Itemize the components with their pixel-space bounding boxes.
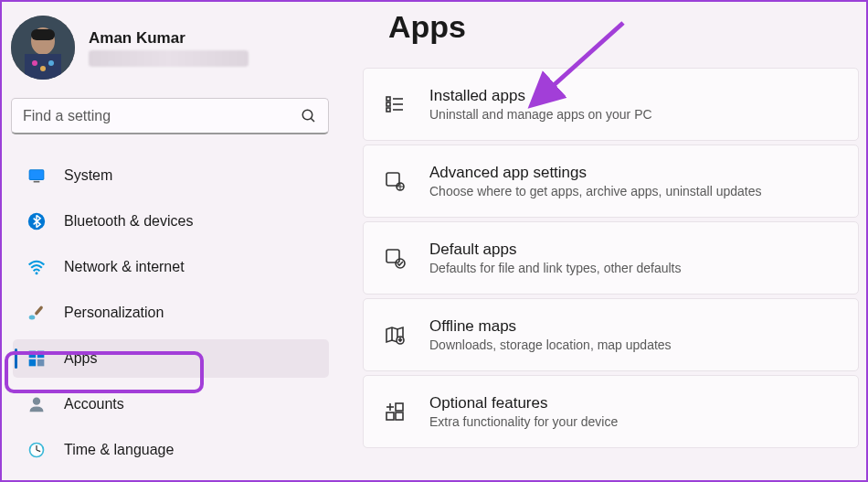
paintbrush-icon bbox=[27, 304, 46, 322]
plus-grid-icon bbox=[384, 401, 406, 423]
svg-point-13 bbox=[36, 272, 38, 274]
card-title: Installed apps bbox=[429, 87, 652, 105]
sidebar-item-system[interactable]: System bbox=[13, 156, 329, 195]
card-title: Optional features bbox=[429, 394, 618, 412]
svg-rect-18 bbox=[29, 359, 37, 367]
svg-rect-39 bbox=[386, 412, 394, 420]
apps-icon bbox=[27, 349, 46, 368]
card-offline-maps[interactable]: Offline maps Downloads, storage location… bbox=[363, 298, 859, 371]
svg-point-7 bbox=[302, 110, 312, 120]
nav: System Bluetooth & devices Network & int… bbox=[11, 153, 331, 473]
sidebar-item-label: Time & language bbox=[64, 442, 174, 458]
search-icon bbox=[301, 108, 317, 124]
sidebar-item-accounts[interactable]: Accounts bbox=[13, 385, 329, 423]
svg-point-6 bbox=[40, 66, 46, 71]
svg-line-8 bbox=[311, 118, 314, 122]
sidebar-item-apps[interactable]: Apps bbox=[13, 339, 329, 378]
svg-rect-16 bbox=[29, 351, 37, 359]
main: Apps Installed apps Uninstall and manage… bbox=[363, 2, 866, 482]
map-icon bbox=[384, 324, 406, 346]
svg-point-20 bbox=[33, 398, 40, 405]
sidebar-item-network[interactable]: Network & internet bbox=[13, 248, 329, 286]
svg-rect-10 bbox=[30, 170, 44, 179]
card-body: Installed apps Uninstall and manage apps… bbox=[429, 87, 652, 122]
sidebar-item-personalization[interactable]: Personalization bbox=[13, 294, 329, 332]
profile-info: Aman Kumar bbox=[89, 29, 249, 67]
sidebar-item-label: System bbox=[64, 167, 112, 184]
card-optional-features[interactable]: Optional features Extra functionality fo… bbox=[363, 375, 859, 448]
card-title: Offline maps bbox=[429, 317, 672, 336]
svg-rect-25 bbox=[386, 97, 390, 101]
svg-rect-26 bbox=[386, 102, 390, 106]
search-input[interactable] bbox=[23, 108, 301, 124]
card-subtitle: Defaults for file and link types, other … bbox=[429, 261, 681, 275]
card-default-apps[interactable]: Default apps Defaults for file and link … bbox=[363, 221, 859, 295]
default-apps-icon bbox=[384, 247, 406, 269]
system-icon bbox=[27, 166, 46, 185]
card-installed-apps[interactable]: Installed apps Uninstall and manage apps… bbox=[363, 68, 859, 141]
settings-cards: Installed apps Uninstall and manage apps… bbox=[363, 68, 866, 448]
card-subtitle: Downloads, storage location, map updates bbox=[429, 337, 672, 352]
card-body: Advanced app settings Choose where to ge… bbox=[429, 164, 761, 198]
list-icon bbox=[384, 93, 406, 115]
card-body: Offline maps Downloads, storage location… bbox=[429, 317, 672, 352]
svg-point-15 bbox=[29, 316, 36, 320]
sidebar-item-label: Network & internet bbox=[64, 259, 185, 275]
svg-point-4 bbox=[32, 60, 37, 66]
card-subtitle: Uninstall and manage apps on your PC bbox=[429, 107, 652, 122]
svg-rect-17 bbox=[37, 351, 45, 359]
svg-rect-14 bbox=[34, 305, 43, 316]
sidebar-item-time[interactable]: Time & language bbox=[13, 431, 329, 469]
card-advanced-app-settings[interactable]: Advanced app settings Choose where to ge… bbox=[363, 145, 859, 218]
svg-rect-11 bbox=[34, 181, 40, 183]
card-title: Default apps bbox=[429, 241, 681, 259]
svg-rect-40 bbox=[396, 412, 403, 420]
svg-rect-19 bbox=[37, 359, 45, 367]
profile-name: Aman Kumar bbox=[89, 29, 249, 48]
accounts-icon bbox=[27, 395, 46, 413]
clock-icon bbox=[27, 441, 46, 459]
bluetooth-icon bbox=[27, 212, 46, 230]
card-body: Optional features Extra functionality fo… bbox=[429, 394, 618, 429]
sidebar-item-label: Personalization bbox=[64, 305, 164, 321]
wifi-icon bbox=[27, 258, 46, 276]
card-title: Advanced app settings bbox=[429, 164, 761, 182]
sidebar-item-label: Apps bbox=[64, 350, 97, 367]
profile[interactable]: Aman Kumar bbox=[11, 11, 331, 93]
svg-point-5 bbox=[48, 60, 54, 66]
svg-rect-38 bbox=[396, 403, 403, 411]
page-title: Apps bbox=[388, 9, 866, 45]
svg-rect-2 bbox=[31, 29, 55, 40]
sidebar-item-label: Accounts bbox=[64, 396, 124, 412]
avatar bbox=[11, 16, 75, 80]
profile-email-redacted bbox=[89, 50, 249, 67]
sidebar: Aman Kumar System Bluetooth & devices bbox=[2, 2, 331, 482]
svg-rect-27 bbox=[386, 108, 390, 112]
card-subtitle: Extra functionality for your device bbox=[429, 414, 618, 429]
search-box[interactable] bbox=[11, 98, 329, 134]
app-gear-icon bbox=[384, 170, 406, 192]
sidebar-item-bluetooth[interactable]: Bluetooth & devices bbox=[13, 202, 329, 241]
sidebar-item-label: Bluetooth & devices bbox=[64, 213, 193, 230]
card-body: Default apps Defaults for file and link … bbox=[429, 241, 681, 275]
card-subtitle: Choose where to get apps, archive apps, … bbox=[429, 184, 761, 198]
